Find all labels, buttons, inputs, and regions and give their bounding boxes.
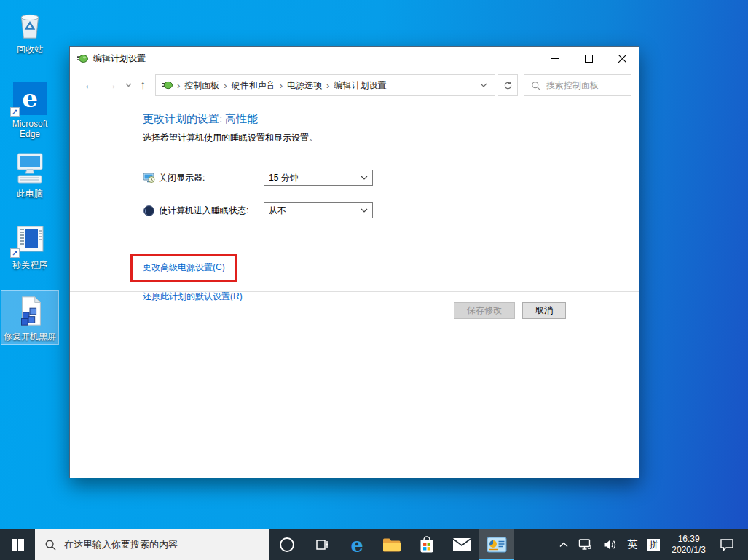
window-title: 编辑计划设置 [93,52,146,65]
control-panel-search-input[interactable]: 搜索控制面板 [524,74,631,96]
minimize-icon [551,55,559,63]
maximize-button[interactable] [572,47,605,71]
save-changes-button[interactable]: 保存修改 [454,302,515,319]
desktop-icon-label: 修复开机黑屏 [1,331,58,342]
sleep-icon [143,205,155,217]
desktop-icon-fix-black-screen[interactable]: 修复开机黑屏 [1,291,58,344]
address-dropdown-chevron-icon[interactable] [473,83,495,87]
microsoft-store-button[interactable] [409,529,444,560]
desktop-icon-recycle-bin[interactable]: 回收站 [1,4,58,58]
folder-icon [382,537,401,553]
search-placeholder: 搜索控制面板 [546,79,599,92]
program-window-icon: ↗ [1,221,58,258]
back-button[interactable]: ← [79,79,101,91]
shortcut-arrow-icon: ↗ [10,107,20,117]
taskbar-search-input[interactable]: 在这里输入你要搜索的内容 [35,529,269,560]
page-title: 更改计划的设置: 高性能 [143,111,617,126]
desktop-icon-label: Microsoft Edge [1,119,58,139]
navigation-toolbar: ← → ↑ › 控制面板 › 硬件和声音 › 电源选项 › 编辑计划设置 [70,71,639,100]
breadcrumb-control-panel[interactable]: 控制面板 [180,79,224,92]
search-icon [44,539,56,551]
change-advanced-power-settings-link[interactable]: 更改高级电源设置(C) [143,261,225,274]
clock[interactable]: 16:39 2020/1/3 [665,534,712,556]
edge-icon: e ↗ [1,80,58,117]
edge-taskbar-button[interactable]: e [339,529,374,560]
recycle-bin-icon [1,6,58,42]
mail-button[interactable] [444,529,479,560]
titlebar[interactable]: 编辑计划设置 [70,47,639,71]
speaker-icon [603,539,617,551]
chevron-up-icon [559,542,568,548]
desktop-icon-label: 回收站 [1,44,58,55]
sleep-timeout-select[interactable]: 从不 [264,202,373,218]
power-plug-icon [156,80,177,91]
setting-label: 关闭显示器: [159,172,264,184]
setting-row-sleep: 使计算机进入睡眠状态: 从不 [143,202,617,218]
setting-row-display: 关闭显示器: 15 分钟 [143,170,617,186]
this-pc-icon [1,150,58,186]
desktop-icon-label: 秒关程序 [1,260,58,270]
tray-time: 16:39 [672,534,706,545]
power-options-taskbar-button[interactable] [479,529,514,560]
desktop-icon-edge[interactable]: e ↗ Microsoft Edge [1,78,58,142]
task-view-icon [314,537,330,553]
cortana-button[interactable] [269,529,304,560]
network-tray-button[interactable] [573,529,598,560]
cortana-icon [278,536,296,553]
edit-plan-settings-window: 编辑计划设置 ← → ↑ › [69,46,639,478]
tray-date: 2020/1/3 [672,545,706,556]
desktop-icon-this-pc[interactable]: 此电脑 [1,148,58,202]
shortcut-arrow-icon: ↗ [10,248,20,258]
cancel-button[interactable]: 取消 [522,302,566,319]
windows-logo-icon [12,539,24,551]
file-explorer-button[interactable] [374,529,409,560]
desktop-icon-seconds-close-program[interactable]: ↗ 秒关程序 [1,219,58,273]
breadcrumb-edit-plan-settings[interactable]: 编辑计划设置 [329,79,390,92]
display-timeout-select[interactable]: 15 分钟 [264,170,373,186]
refresh-button[interactable] [498,74,518,96]
power-options-icon [487,537,507,553]
ime-language-button[interactable]: 英 [622,529,642,560]
history-chevron-icon[interactable] [122,83,135,87]
close-button[interactable] [605,47,639,71]
up-button[interactable]: ↑ [135,79,151,91]
address-bar[interactable]: › 控制面板 › 硬件和声音 › 电源选项 › 编辑计划设置 [155,74,495,96]
search-icon [531,81,540,90]
maximize-icon [585,55,593,63]
action-center-icon [720,538,734,551]
minimize-button[interactable] [538,47,572,71]
network-icon [578,538,593,551]
action-center-button[interactable] [712,529,744,560]
forward-button[interactable]: → [101,79,122,91]
edge-icon: e [350,534,363,556]
ime-mode-button[interactable]: 拼 [642,529,665,560]
taskbar-search-placeholder: 在这里输入你要搜索的内容 [64,538,178,551]
setting-label: 使计算机进入睡眠状态: [159,205,264,217]
registry-file-icon [1,293,58,329]
start-button[interactable] [0,529,35,560]
volume-tray-button[interactable] [598,529,622,560]
page-subtitle: 选择希望计算机使用的睡眠设置和显示设置。 [143,132,617,143]
restore-default-settings-link[interactable]: 还原此计划的默认设置(R) [143,291,243,303]
display-timeout-icon [143,172,155,184]
desktop-icon-label: 此电脑 [1,189,58,199]
red-annotation-box: 更改高级电源设置(C) [130,254,237,282]
power-plug-icon [76,53,88,65]
refresh-icon [503,81,513,90]
close-icon [618,55,626,63]
footer-divider [70,291,639,292]
store-icon [418,535,436,554]
pinyin-ime-icon: 拼 [647,539,660,551]
mail-icon [452,537,471,552]
selected-value: 15 分钟 [269,172,361,184]
chevron-down-icon [361,208,368,213]
selected-value: 从不 [269,205,361,217]
chevron-down-icon [361,176,368,180]
taskbar: 在这里输入你要搜索的内容 e [0,529,748,560]
task-view-button[interactable] [304,529,339,560]
tray-expand-button[interactable] [554,529,573,560]
breadcrumb-power-options[interactable]: 电源选项 [283,79,326,92]
window-body: 更改计划的设置: 高性能 选择希望计算机使用的睡眠设置和显示设置。 关闭显示器: [70,100,639,478]
breadcrumb-hardware-sound[interactable]: 硬件和声音 [227,79,280,92]
